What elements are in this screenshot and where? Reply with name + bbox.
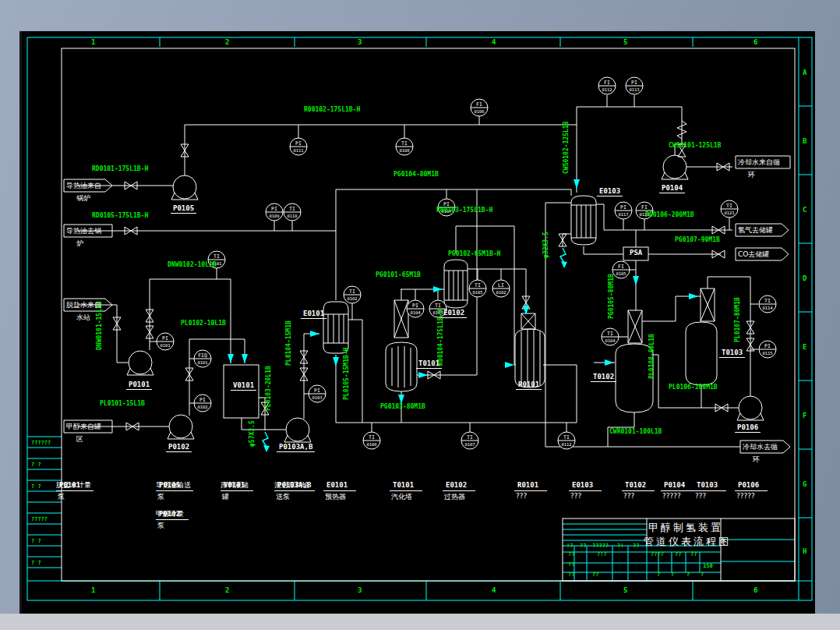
drawing-canvas[interactable] (22, 31, 815, 614)
canvas-edge (19, 31, 22, 614)
cad-viewer: PI0111TI0108FI0106FI0112PI0113PI0109TI01… (0, 0, 840, 630)
window-bottom-strip (0, 614, 840, 630)
